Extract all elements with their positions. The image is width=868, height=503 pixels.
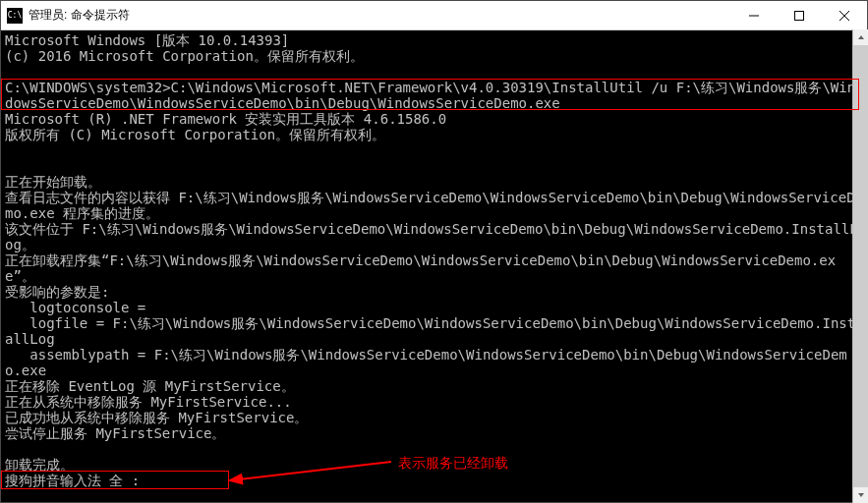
output-line: 该文件位于 F:\练习\Windows服务\WindowsServiceDemo…	[5, 221, 858, 252]
output-line: 正在从系统中移除服务 MyFirstService...	[5, 394, 292, 410]
window-title: 管理员: 命令提示符	[29, 7, 731, 24]
output-line: 已成功地从系统中移除服务 MyFirstService。	[5, 410, 308, 425]
output-line: logtoconsole =	[5, 300, 154, 315]
prompt: C:\WINDOWS\system32>	[5, 80, 171, 95]
output-line: logfile = F:\练习\Windows服务\WindowsService…	[5, 315, 855, 347]
output-line: Microsoft (R) .NET Framework 安装实用工具版本 4.…	[5, 111, 446, 127]
output-line: assemblypath = F:\练习\Windows服务\WindowsSe…	[5, 347, 847, 378]
output-line: 查看日志文件的内容以获得 F:\练习\Windows服务\WindowsServ…	[5, 190, 863, 221]
cmd-window: C:\ 管理员: 命令提示符 Microsoft Windows [版本 10.…	[0, 0, 868, 503]
scroll-thumb[interactable]	[853, 45, 868, 487]
output-line: 版权所有 (C) Microsoft Corporation。保留所有权利。	[5, 127, 385, 142]
ime-status: 搜狗拼音输入法 全 :	[5, 473, 140, 488]
output-line: 正在移除 EventLog 源 MyFirstService。	[5, 378, 295, 394]
output-line: (c) 2016 Microsoft Corporation。保留所有权利。	[5, 48, 364, 64]
cmd-icon: C:\	[7, 8, 23, 24]
vertical-scrollbar[interactable]	[852, 29, 868, 503]
close-button[interactable]	[822, 1, 867, 30]
output-line: 尝试停止服务 MyFirstService。	[5, 425, 225, 441]
output-line: Microsoft Windows [版本 10.0.14393]	[5, 32, 289, 48]
minimize-button[interactable]	[731, 1, 777, 30]
scroll-down-button[interactable]	[853, 487, 868, 503]
svg-rect-0	[795, 11, 804, 20]
output-line: 正在开始卸载。	[5, 174, 101, 190]
terminal-output[interactable]: Microsoft Windows [版本 10.0.14393] (c) 20…	[1, 30, 867, 502]
maximize-button[interactable]	[777, 1, 822, 30]
output-line: 卸载完成。	[5, 457, 74, 473]
output-line: 正在卸载程序集“F:\练习\Windows服务\WindowsServiceDe…	[5, 252, 836, 284]
output-line: 受影响的参数是:	[5, 284, 109, 300]
scroll-up-button[interactable]	[853, 29, 868, 45]
titlebar[interactable]: C:\ 管理员: 命令提示符	[1, 1, 867, 30]
